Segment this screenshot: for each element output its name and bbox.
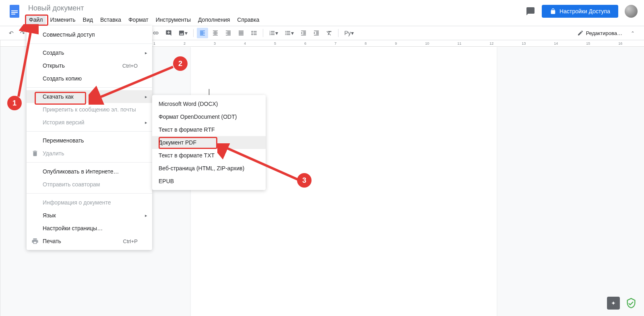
comments-icon[interactable] <box>526 6 535 16</box>
menu-divider <box>27 131 152 132</box>
trash-icon <box>31 150 39 157</box>
submenu-item-pdf[interactable]: Документ PDF <box>152 136 266 149</box>
menu-help[interactable]: Справка <box>234 15 262 25</box>
submenu-item-docx[interactable]: Microsoft Word (DOCX) <box>152 97 266 110</box>
ruler-tick: 3 <box>214 41 216 45</box>
bottom-right-icons: ✦ <box>607 297 638 310</box>
menu-item-print[interactable]: Печать Ctrl+P <box>27 235 152 248</box>
menu-item-share[interactable]: Совместный доступ <box>27 28 152 41</box>
menu-item-doc-info: Информация о документе <box>27 196 152 209</box>
spellcheck-button[interactable]: Ру▾ <box>342 28 356 38</box>
svg-rect-1 <box>11 10 18 11</box>
menu-format[interactable]: Формат <box>125 15 152 25</box>
decrease-indent-button[interactable] <box>298 28 309 38</box>
menu-item-publish[interactable]: Опубликовать в Интернете… <box>27 165 152 178</box>
security-shield-icon[interactable] <box>625 297 638 310</box>
app-header: Новый документ Файл Изменить Вид Вставка… <box>0 0 644 26</box>
ruler-tick: 8 <box>365 41 367 45</box>
pencil-icon <box>577 30 584 36</box>
ruler-tick: 9 <box>395 41 397 45</box>
menu-item-label: Открыть <box>43 62 65 69</box>
menu-item-rename[interactable]: Переименовать <box>27 134 152 147</box>
ruler-tick: 13 <box>522 41 526 45</box>
menu-item-page-setup[interactable]: Настройки страницы… <box>27 222 152 235</box>
insert-comment-button[interactable] <box>163 28 174 38</box>
redo-button[interactable]: ↷ <box>18 28 27 38</box>
numbered-list-button[interactable]: ▾ <box>266 28 281 38</box>
editing-mode-button[interactable]: Редактирова… <box>574 28 625 38</box>
ruler-tick: 2 <box>184 41 186 45</box>
menu-item-download-as[interactable]: Скачать как <box>27 90 152 103</box>
ruler-tick: 10 <box>425 41 429 45</box>
separator <box>263 29 263 37</box>
docs-logo-icon <box>6 3 23 19</box>
ruler-tick: 4 <box>244 41 246 45</box>
submenu-item-html[interactable]: Веб-страница (HTML, ZIP-архив) <box>152 162 266 175</box>
document-title[interactable]: Новый документ <box>26 3 526 13</box>
undo-button[interactable]: ↶ <box>6 28 16 38</box>
ruler-tick: 16 <box>618 41 622 45</box>
svg-rect-2 <box>11 12 18 13</box>
ruler-tick: 6 <box>304 41 306 45</box>
bulleted-list-button[interactable]: ▾ <box>282 28 296 38</box>
menu-file[interactable]: Файл <box>26 15 46 25</box>
shortcut-label: Ctrl+O <box>122 63 138 69</box>
menu-item-version-history: История версий <box>27 116 152 129</box>
shortcut-label: Ctrl+P <box>123 238 138 244</box>
share-button-label: Настройки Доступа <box>559 8 610 14</box>
menu-divider <box>27 193 152 194</box>
menubar: Файл Изменить Вид Вставка Формат Инструм… <box>26 15 526 25</box>
ruler-tick: 11 <box>457 41 461 45</box>
menu-item-delete: Удалить <box>27 147 152 160</box>
menu-item-new[interactable]: Создать <box>27 46 152 59</box>
share-button[interactable]: Настройки Доступа <box>542 5 618 18</box>
submenu-item-odt[interactable]: Формат OpenDocument (ODT) <box>152 110 266 123</box>
menu-item-attach-email: Прикрепить к сообщению эл. почты <box>27 103 152 116</box>
menu-item-label: Печать <box>43 238 61 244</box>
lock-icon <box>550 8 556 14</box>
svg-rect-3 <box>11 14 15 14</box>
menu-edit[interactable]: Изменить <box>47 15 78 25</box>
file-menu-dropdown: Совместный доступ Создать ОткрытьCtrl+O … <box>27 26 152 250</box>
ruler-tick: 7 <box>334 41 336 45</box>
menu-item-make-copy[interactable]: Создать копию <box>27 72 152 85</box>
line-spacing-button[interactable] <box>248 28 260 38</box>
print-icon <box>31 238 39 245</box>
menu-item-open[interactable]: ОткрытьCtrl+O <box>27 59 152 72</box>
ruler-tick: 1 <box>153 41 155 45</box>
submenu-item-epub[interactable]: EPUB <box>152 175 266 188</box>
submenu-item-rtf[interactable]: Текст в формате RTF <box>152 123 266 136</box>
menu-item-send-collaborators: Отправить соавторам <box>27 178 152 191</box>
editing-mode-label: Редактирова… <box>586 30 622 36</box>
align-justify-button[interactable] <box>235 28 247 38</box>
collapse-toolbar-button[interactable]: ⌄ <box>628 28 638 38</box>
explore-button[interactable]: ✦ <box>607 297 620 310</box>
separator <box>193 29 194 37</box>
ruler-tick: 12 <box>489 41 493 45</box>
text-cursor <box>209 89 209 95</box>
clear-formatting-button[interactable] <box>324 28 335 38</box>
user-avatar[interactable] <box>625 5 638 18</box>
increase-indent-button[interactable] <box>311 28 322 38</box>
insert-image-button[interactable]: ▾ <box>176 28 190 38</box>
menu-divider <box>27 162 152 163</box>
align-center-button[interactable] <box>210 28 221 38</box>
ruler-tick: 15 <box>586 41 590 45</box>
menu-view[interactable]: Вид <box>80 15 96 25</box>
menu-item-label: Удалить <box>43 150 64 157</box>
menu-insert[interactable]: Вставка <box>97 15 124 25</box>
ruler-tick: 14 <box>554 41 558 45</box>
download-as-submenu: Microsoft Word (DOCX) Формат OpenDocumen… <box>152 95 266 190</box>
separator <box>338 29 339 37</box>
menu-tools[interactable]: Инструменты <box>153 15 194 25</box>
menu-divider <box>27 87 152 88</box>
align-left-button[interactable] <box>197 28 208 38</box>
menu-divider <box>27 43 152 44</box>
menu-addons[interactable]: Дополнения <box>195 15 233 25</box>
align-right-button[interactable] <box>223 28 234 38</box>
menu-item-language[interactable]: Язык <box>27 209 152 222</box>
ruler-tick: 5 <box>274 41 276 45</box>
submenu-item-txt[interactable]: Текст в формате TXT <box>152 149 266 162</box>
